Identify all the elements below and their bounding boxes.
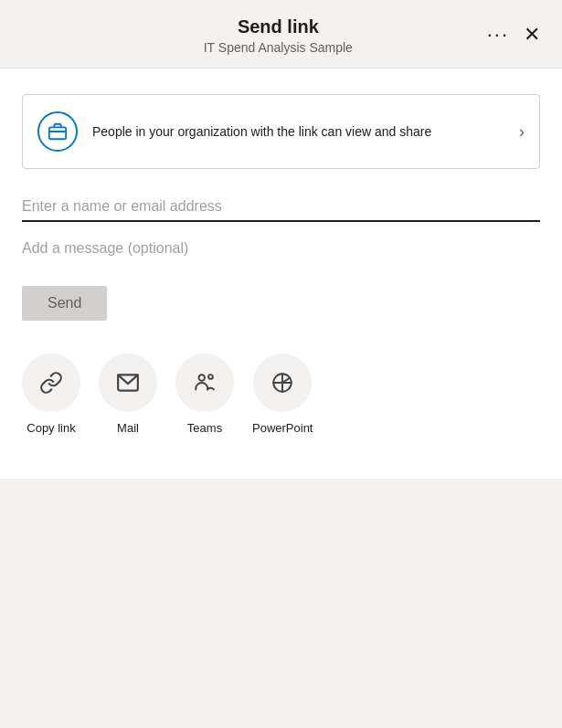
svg-point-3 bbox=[199, 375, 206, 381]
mail-option[interactable]: Mail bbox=[99, 353, 157, 435]
permission-icon-wrap bbox=[37, 111, 78, 152]
close-icon: ✕ bbox=[524, 23, 540, 47]
teams-icon bbox=[193, 371, 217, 395]
copy-link-option[interactable]: Copy link bbox=[22, 353, 80, 435]
send-button[interactable]: Send bbox=[22, 286, 107, 321]
name-email-section bbox=[22, 195, 540, 222]
message-section: Add a message (optional) bbox=[22, 240, 540, 257]
dialog-subtitle: IT Spend Analysis Sample bbox=[73, 40, 483, 55]
chevron-right-icon: › bbox=[519, 122, 525, 142]
more-dots-icon: ··· bbox=[487, 23, 509, 47]
copy-link-icon bbox=[39, 371, 63, 395]
send-link-dialog: Send link IT Spend Analysis Sample ··· ✕ bbox=[0, 0, 562, 479]
powerpoint-label: PowerPoint bbox=[252, 421, 313, 435]
svg-rect-0 bbox=[49, 127, 66, 139]
teams-icon-circle bbox=[175, 353, 234, 412]
mail-icon bbox=[116, 371, 140, 395]
dialog-title: Send link bbox=[73, 15, 483, 38]
teams-label: Teams bbox=[187, 421, 222, 435]
svg-point-4 bbox=[208, 375, 213, 379]
powerpoint-option[interactable]: PowerPoint bbox=[252, 353, 313, 435]
dialog-body: People in your organization with the lin… bbox=[0, 69, 562, 479]
header-actions: ··· ✕ bbox=[483, 19, 544, 50]
more-options-button[interactable]: ··· bbox=[483, 19, 513, 50]
teams-option[interactable]: Teams bbox=[175, 353, 234, 435]
powerpoint-icon-circle bbox=[253, 353, 312, 412]
message-label: Add a message (optional) bbox=[22, 240, 540, 257]
copy-link-label: Copy link bbox=[27, 421, 75, 435]
permission-text: People in your organization with the lin… bbox=[92, 122, 512, 142]
permission-card[interactable]: People in your organization with the lin… bbox=[22, 94, 540, 169]
mail-icon-circle bbox=[99, 353, 157, 412]
name-email-input[interactable] bbox=[22, 195, 540, 222]
share-options-row: Copy link Mail bbox=[22, 353, 540, 453]
powerpoint-icon bbox=[270, 371, 294, 395]
briefcase-icon bbox=[48, 121, 68, 142]
close-button[interactable]: ✕ bbox=[520, 19, 544, 50]
copy-link-icon-circle bbox=[22, 353, 80, 412]
dialog-header: Send link IT Spend Analysis Sample ··· ✕ bbox=[0, 0, 562, 69]
mail-label: Mail bbox=[117, 421, 139, 435]
header-center: Send link IT Spend Analysis Sample bbox=[73, 15, 483, 55]
